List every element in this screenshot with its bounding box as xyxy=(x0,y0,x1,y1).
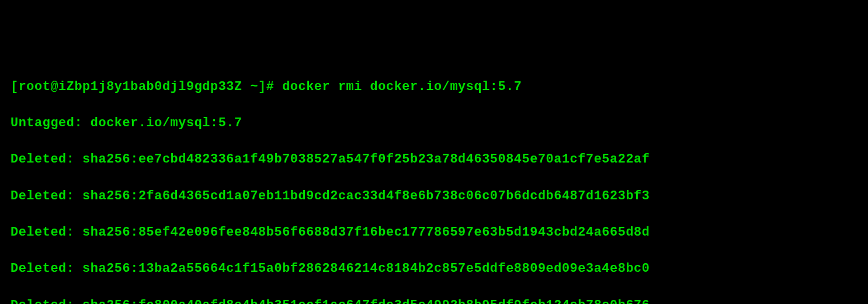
command-text: docker rmi docker.io/mysql:5.7 xyxy=(282,80,522,94)
output-line: Deleted: sha256:13ba2a55664c1f15a0bf2862… xyxy=(11,260,857,278)
terminal-command-line[interactable]: [root@iZbp1j8y1bab0djl9gdp33Z ~]# docker… xyxy=(11,78,857,96)
output-line: Deleted: sha256:2fa6d4365cd1a07eb11bd9cd… xyxy=(11,187,857,205)
output-line: Deleted: sha256:ee7cbd482336a1f49b703852… xyxy=(11,150,857,168)
shell-prompt: [root@iZbp1j8y1bab0djl9gdp33Z ~]# xyxy=(11,80,282,94)
output-line: Deleted: sha256:85ef42e096fee848b56f6688… xyxy=(11,223,857,241)
output-line: Deleted: sha256:fc800a40afd8c4b4b351ecf1… xyxy=(11,296,857,305)
output-line: Untagged: docker.io/mysql:5.7 xyxy=(11,114,857,132)
